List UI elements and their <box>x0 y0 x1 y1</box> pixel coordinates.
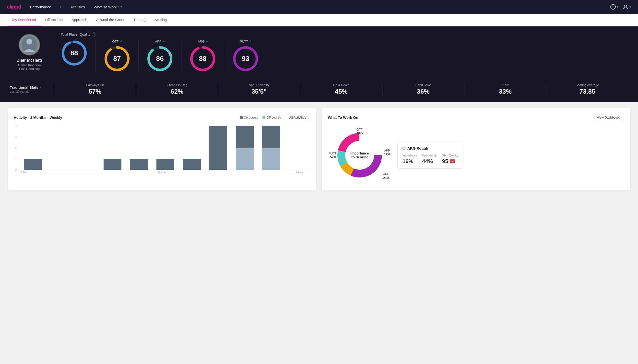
tab-off-the-tee[interactable]: Off the Tee <box>41 14 67 26</box>
bar-on <box>183 159 200 170</box>
view-dashboard-button[interactable]: View Dashboard <box>593 114 624 121</box>
total-quality-label: Total Player Quality ? <box>61 32 628 37</box>
putt-score-value: 93 <box>242 55 249 62</box>
donut-chart-container: Importance To Scoring OTT 10% APP 12% AR… <box>328 126 391 184</box>
arg-label-outer: ARG 21% <box>383 172 389 180</box>
arg-score-value: 88 <box>199 55 206 62</box>
trad-stats-sublabel: Last 20 rounds <box>10 90 54 94</box>
app-ring: 86 <box>146 45 173 72</box>
scores-section: Total Player Quality ? 88 <box>61 32 628 72</box>
stat-scoring-avg: Scoring Average 73.85 <box>546 83 628 95</box>
nav-what-to-work-on[interactable]: What To Work On <box>94 5 123 9</box>
shot-quality-badge: ▼ <box>450 160 455 163</box>
tab-my-dashboard[interactable]: My Dashboard <box>8 14 41 26</box>
app-trend-icon: ↗ <box>162 40 165 43</box>
putt-label: PUTT ↗ <box>240 40 252 43</box>
opportunity-value: 44% <box>422 158 433 164</box>
legend-offcourse-dot <box>263 116 265 119</box>
app-label: APP ↗ <box>155 40 164 43</box>
all-activities-button[interactable]: All Activities <box>285 114 310 121</box>
ott-label-outer: OTT 10% <box>356 128 363 135</box>
score-rings: 88 OTT ↗ 87 <box>61 40 628 72</box>
bar-group <box>285 126 310 170</box>
bar-on <box>130 159 148 170</box>
legend-oncourse-dot <box>240 116 243 119</box>
stat-updown: Up & Down 45% <box>300 83 382 95</box>
shot-quality-value: 95 <box>442 158 448 164</box>
score-putt: PUTT ↗ 93 <box>224 40 267 72</box>
donut-center-line2: To Scoring <box>350 155 369 159</box>
bar-group <box>259 126 284 170</box>
info-shot-quality: Shot Quality 95 ▼ <box>442 154 458 164</box>
info-opportunity: Opportunity 44% <box>422 154 437 164</box>
ott-ring: 87 <box>104 45 130 72</box>
ott-label: OTT ↗ <box>112 40 122 43</box>
trad-stats-title: Traditional Stats <box>10 85 39 90</box>
importance-value: 16% <box>402 158 413 164</box>
bar-on <box>156 159 174 170</box>
tab-putting[interactable]: Putting <box>130 14 150 26</box>
user-menu-button[interactable]: ▾ <box>622 4 631 10</box>
info-importance: Importance 16% <box>402 154 417 164</box>
hero-section: Blair McHarg United Kingdom Plus Handica… <box>0 26 638 78</box>
bar-group <box>126 126 151 170</box>
total-ring: 88 <box>61 40 88 66</box>
putt-label-outer: PUTT 57% <box>329 152 336 159</box>
putt-ring: 93 <box>232 45 259 72</box>
stat-1putt: 1 Putt 33% <box>464 83 546 95</box>
stat-sandsave: Sand Save 36% <box>382 83 464 95</box>
bar-on <box>209 126 227 170</box>
wtwo-inner: Importance To Scoring OTT 10% APP 12% AR… <box>328 126 624 184</box>
bar-on <box>24 159 42 170</box>
app-label-outer: APP 12% <box>384 149 390 156</box>
legend-oncourse: On course <box>240 116 259 119</box>
tab-scoring[interactable]: Scoring <box>150 14 171 26</box>
bar-group <box>21 126 46 170</box>
bottom-section: Activity - 3 Months - Weekly On course O… <box>0 102 638 196</box>
help-icon[interactable]: ? <box>92 32 96 37</box>
wtwo-card-title: What To Work On <box>328 116 358 120</box>
x-labels: 7 Feb28 Mar9 May <box>14 170 310 174</box>
trad-stats-help[interactable]: ? <box>40 85 44 89</box>
score-ott: OTT ↗ 87 <box>96 40 139 72</box>
bar-group <box>73 126 99 170</box>
activity-legend: On course Off course <box>240 116 281 119</box>
nav-performance-chevron: ▾ <box>60 5 62 9</box>
bar-on <box>262 126 280 148</box>
info-card: ARG Rough Importance 16% Opportunity 44% <box>397 142 463 169</box>
what-to-work-on-card: What To Work On View Dashboard <box>322 108 630 190</box>
navbar-left: clippd Performance ▾ Activities What To … <box>7 4 123 10</box>
logo: clippd <box>7 4 21 10</box>
app-score-value: 86 <box>156 55 163 62</box>
score-arg: ARG ↗ 88 <box>181 40 224 72</box>
traditional-stats-section: Traditional Stats ? Last 20 rounds Fairw… <box>0 78 638 102</box>
trad-stats-label: Traditional Stats ? Last 20 rounds <box>10 85 54 94</box>
ott-score-value: 87 <box>113 55 121 62</box>
player-info: Blair McHarg United Kingdom Plus Handica… <box>10 34 49 71</box>
bar-group <box>153 126 178 170</box>
wtwo-card-header: What To Work On View Dashboard <box>328 114 624 121</box>
tabbar: My Dashboard Off the Tee Approach Around… <box>0 14 638 26</box>
arg-label: ARG ↗ <box>197 40 207 43</box>
bar-group <box>179 126 204 170</box>
add-chevron: ▾ <box>617 5 619 9</box>
arg-ring: 88 <box>189 45 216 72</box>
legend-offcourse: Off course <box>263 116 281 119</box>
stat-fairways: Fairways Hit 57% <box>54 83 136 95</box>
bar-on <box>236 126 253 148</box>
bar-on <box>104 159 121 170</box>
navbar-right: ▾ ▾ <box>610 4 631 10</box>
score-app: APP ↗ 86 <box>139 40 181 72</box>
add-button[interactable]: ▾ <box>610 4 619 10</box>
stat-proximity: App. Proximity 35'5" <box>218 83 300 95</box>
donut-center-line1: Importance <box>350 151 369 155</box>
info-card-title: ARG Rough <box>402 146 458 150</box>
svg-point-5 <box>27 38 32 44</box>
tab-approach[interactable]: Approach <box>67 14 92 26</box>
tab-around-the-green[interactable]: Around the Green <box>92 14 130 26</box>
putt-trend-icon: ↗ <box>249 40 251 43</box>
nav-activities[interactable]: Activities <box>71 5 85 9</box>
nav-performance[interactable]: Performance <box>30 5 51 9</box>
bar-group <box>47 126 72 170</box>
user-chevron: ▾ <box>629 5 631 9</box>
